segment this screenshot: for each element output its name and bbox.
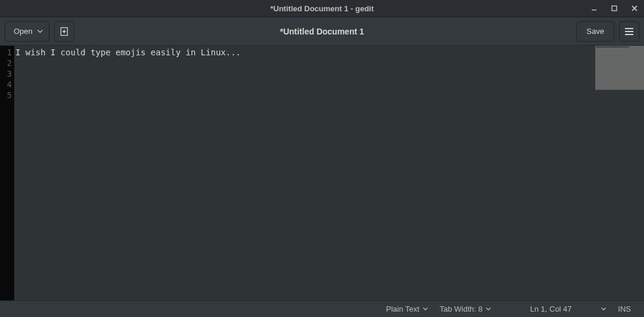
close-button[interactable] (630, 4, 639, 13)
chevron-down-icon (423, 307, 428, 310)
status-bar: Plain Text Tab Width: 8 Ln 1, Col 47 INS (0, 300, 644, 317)
cursor-position: Ln 1, Col 47 (526, 305, 575, 313)
editor-area: 12345 I wish I could type emojis easily … (0, 46, 644, 300)
minimize-button[interactable] (589, 4, 599, 13)
line-number-gutter: 12345 (0, 46, 14, 300)
svg-rect-3 (625, 28, 633, 29)
statusbar-menu[interactable] (598, 307, 610, 310)
open-button[interactable]: Open (5, 21, 49, 42)
new-document-icon (59, 27, 69, 36)
new-document-button[interactable] (54, 21, 74, 42)
toolbar: Open *Untitled Document 1 Save (0, 17, 644, 46)
tab-width-selector[interactable]: Tab Width: 8 (436, 305, 494, 313)
line-number: 2 (0, 58, 12, 68)
syntax-selector[interactable]: Plain Text (383, 305, 431, 313)
insert-mode-indicator[interactable]: INS (614, 305, 634, 313)
save-button[interactable]: Save (576, 21, 614, 42)
line-number: 3 (0, 68, 12, 79)
svg-rect-4 (625, 31, 633, 32)
chevron-down-icon (37, 30, 43, 33)
hamburger-icon (625, 28, 633, 35)
svg-rect-0 (592, 10, 596, 11)
overview-map[interactable] (595, 46, 644, 300)
overview-content-mark (596, 46, 629, 48)
open-label: Open (14, 27, 33, 36)
document-title: *Untitled Document 1 (280, 27, 364, 36)
window-title: *Untitled Document 1 - gedit (270, 4, 374, 13)
text-editor[interactable]: I wish I could type emojis easily in Lin… (14, 46, 595, 300)
maximize-button[interactable] (610, 4, 619, 13)
svg-rect-1 (612, 6, 617, 11)
overview-viewport-indicator[interactable] (595, 46, 644, 90)
hamburger-menu-button[interactable] (619, 21, 639, 42)
line-number: 1 (0, 47, 12, 58)
chevron-down-icon (486, 307, 491, 310)
line-number: 4 (0, 79, 12, 90)
window-titlebar: *Untitled Document 1 - gedit (0, 0, 644, 17)
line-number: 5 (0, 90, 12, 101)
chevron-down-icon (601, 307, 606, 310)
window-controls (589, 0, 639, 17)
svg-rect-5 (625, 34, 633, 35)
